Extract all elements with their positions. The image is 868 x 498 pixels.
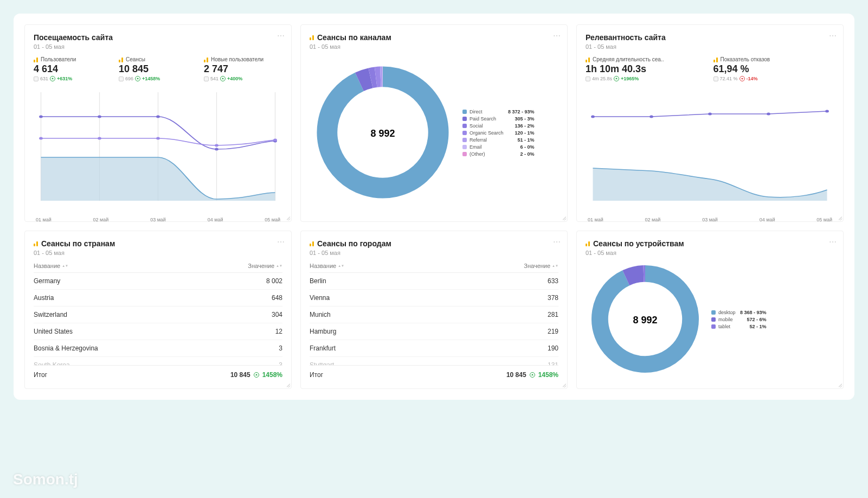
legend-item[interactable]: Direct 8 372 - 93%: [462, 109, 535, 114]
legend-value: 8 368 - 93%: [738, 310, 767, 315]
resize-handle-icon[interactable]: [285, 215, 290, 220]
trend-up-icon: [254, 372, 259, 378]
row-value: 8 002: [266, 277, 282, 285]
legend-item[interactable]: desktop 8 368 - 93%: [711, 310, 767, 315]
row-value: 190: [548, 344, 558, 352]
donut-slice[interactable]: [376, 76, 381, 77]
table-row[interactable]: Berlin 633: [310, 273, 558, 290]
panel-header: Релевантность сайта 01 - 05 мая: [586, 33, 834, 50]
trend-down-icon: [740, 76, 745, 81]
row-value: 304: [272, 311, 282, 318]
legend-name: Paid Search: [470, 116, 504, 122]
checkbox-icon[interactable]: [204, 76, 209, 81]
metric-label: Пользователи: [34, 56, 112, 62]
resize-handle-icon[interactable]: [837, 382, 842, 387]
column-name[interactable]: Название▲▼: [34, 263, 68, 269]
swatch-icon: [462, 117, 467, 121]
swatch-icon: [711, 324, 716, 329]
checkbox-icon[interactable]: [713, 76, 718, 81]
row-name: Vienna: [310, 294, 330, 302]
swatch-icon: [711, 317, 716, 322]
metric-value: 1h 10m 40.3s: [586, 63, 707, 75]
x-tick: 02 май: [93, 217, 109, 222]
metric-label: Сеансы: [119, 56, 197, 62]
checkbox-icon[interactable]: [34, 76, 38, 81]
svg-point-8: [215, 148, 218, 151]
svg-point-7: [156, 116, 160, 118]
legend-item[interactable]: Paid Search 305 - 3%: [462, 116, 535, 122]
swatch-icon: [462, 131, 467, 135]
table-row[interactable]: Stuttgart 131: [310, 357, 558, 365]
legend-item[interactable]: Social 136 - 2%: [462, 123, 535, 129]
legend-item[interactable]: Referral 51 - 1%: [462, 137, 535, 143]
donut-slice[interactable]: [626, 273, 644, 278]
legend-value: 120 - 1%: [506, 130, 535, 136]
analytics-icon: [34, 57, 39, 62]
metric: Новые пользователи 2 747 541 +400%: [204, 56, 282, 81]
legend-item[interactable]: Email 6 - 0%: [462, 144, 535, 150]
table-row[interactable]: Frankfurt 190: [310, 340, 558, 357]
legend-value: 6 - 0%: [506, 144, 535, 150]
resize-handle-icon[interactable]: [285, 382, 290, 387]
analytics-icon: [119, 57, 124, 62]
column-value[interactable]: Значение▲▼: [524, 263, 558, 269]
resize-handle-icon[interactable]: [837, 215, 842, 220]
legend-name: Email: [470, 144, 504, 150]
legend-item[interactable]: mobile 572 - 6%: [711, 317, 767, 322]
checkbox-icon[interactable]: [586, 76, 590, 81]
row-name: Austria: [34, 294, 54, 302]
legend-value: 305 - 3%: [506, 116, 535, 122]
svg-point-10: [39, 137, 43, 140]
x-tick: 02 май: [645, 217, 661, 222]
panel-menu-icon[interactable]: ⋯: [829, 31, 837, 40]
legend-name: Organic Search: [470, 130, 504, 136]
table-row[interactable]: Austria 648: [34, 290, 282, 307]
row-name: Hamburg: [310, 328, 336, 335]
footer-delta: 1458%: [538, 371, 558, 379]
panel-menu-icon[interactable]: ⋯: [277, 238, 285, 246]
donut-slice[interactable]: [359, 78, 371, 82]
panel-header: Посещаемость сайта 01 - 05 мая: [34, 33, 282, 50]
analytics-icon: [310, 241, 315, 246]
table-header: Название▲▼ Значение▲▼: [34, 259, 282, 273]
panel-header: Сеансы по городам 01 - 05 мая: [310, 239, 558, 256]
resize-handle-icon[interactable]: [561, 215, 566, 220]
panel-menu-icon[interactable]: ⋯: [277, 31, 285, 40]
svg-point-17: [708, 113, 712, 116]
column-value[interactable]: Значение▲▼: [248, 263, 282, 269]
table-row[interactable]: Hamburg 219: [310, 323, 558, 340]
table-row[interactable]: South Korea 3: [34, 357, 282, 365]
table-row[interactable]: Munich 281: [310, 307, 558, 323]
legend-name: mobile: [718, 317, 736, 322]
row-value: 12: [275, 328, 282, 335]
row-name: Germany: [34, 277, 60, 285]
svg-point-13: [215, 144, 218, 147]
trend-up-icon: [220, 76, 226, 81]
table-row[interactable]: United States 12: [34, 323, 282, 340]
row-value: 131: [548, 361, 558, 365]
panel-menu-icon[interactable]: ⋯: [553, 238, 561, 246]
table-header: Название▲▼ Значение▲▼: [310, 259, 558, 273]
legend-item[interactable]: tablet 52 - 1%: [711, 324, 767, 329]
swatch-icon: [462, 145, 467, 149]
panel-devices: ⋯ Сеансы по устройствам 01 - 05 мая 8 99…: [576, 231, 844, 389]
legend-item[interactable]: (Other) 2 - 0%: [462, 151, 535, 157]
panel-menu-icon[interactable]: ⋯: [553, 31, 561, 40]
footer-delta: 1458%: [262, 371, 282, 379]
checkbox-icon[interactable]: [119, 76, 124, 81]
table-row[interactable]: Vienna 378: [310, 290, 558, 307]
metric-value: 61,94 %: [713, 63, 835, 75]
legend-item[interactable]: Organic Search 120 - 1%: [462, 130, 535, 136]
table-row[interactable]: Germany 8 002: [34, 273, 282, 290]
row-value: 3: [279, 344, 282, 352]
table-row[interactable]: Bosnia & Herzegovina 3: [34, 340, 282, 357]
row-name: United States: [34, 328, 73, 335]
panel-title: Сеансы по каналам: [310, 33, 391, 42]
column-name[interactable]: Название▲▼: [310, 263, 344, 269]
row-name: South Korea: [34, 361, 70, 365]
row-name: Stuttgart: [310, 361, 334, 365]
panel-menu-icon[interactable]: ⋯: [829, 238, 837, 246]
resize-handle-icon[interactable]: [561, 382, 566, 387]
donut-slice[interactable]: [371, 77, 376, 78]
table-row[interactable]: Switzerland 304: [34, 307, 282, 323]
